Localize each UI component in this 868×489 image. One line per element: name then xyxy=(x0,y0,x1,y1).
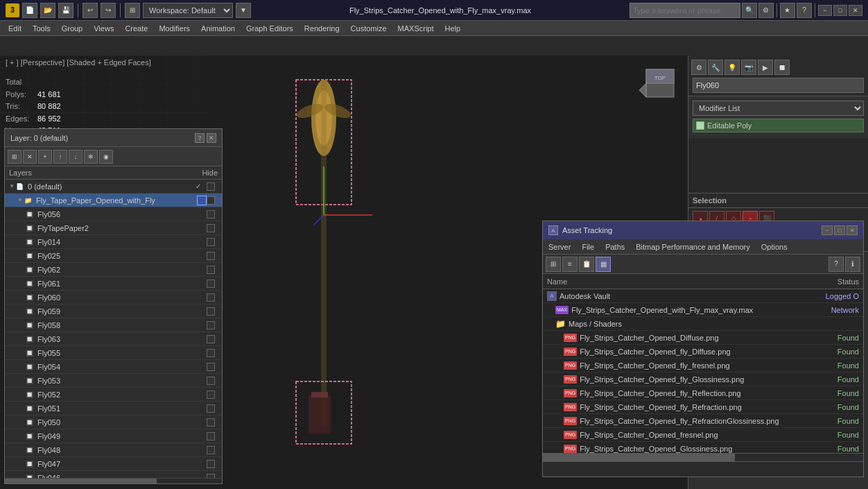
rp-icon-5[interactable]: ▶ xyxy=(758,60,773,75)
layers-move2-btn[interactable]: ↓ xyxy=(69,150,83,164)
menu-animation[interactable]: Animation xyxy=(196,21,241,36)
layer-vis-btn2[interactable] xyxy=(207,349,215,357)
at-minimize-btn[interactable]: − xyxy=(822,225,833,235)
at-tb-help[interactable]: ? xyxy=(828,257,844,272)
menu-modifiers[interactable]: Modifiers xyxy=(153,21,196,36)
menu-customize[interactable]: Customize xyxy=(345,21,392,36)
object-name-input[interactable] xyxy=(693,78,864,93)
minimize-btn[interactable]: − xyxy=(818,5,832,16)
rp-icon-6[interactable]: 🔲 xyxy=(774,60,790,75)
menu-edit[interactable]: Edit xyxy=(3,21,27,36)
layers-close-btn[interactable]: ✕ xyxy=(207,133,216,143)
layers-del-btn[interactable]: ✕ xyxy=(23,150,37,164)
layer-item[interactable]: ▼ 📄 0 (default) ✓ xyxy=(5,180,222,194)
at-list-item[interactable]: PNG Fly_Strips_Catcher_Opened_fly_Diffus… xyxy=(543,345,863,359)
layer-vis-btn2[interactable] xyxy=(207,321,215,329)
layer-item[interactable]: 🔲 Fly056 xyxy=(5,207,222,221)
layer-vis-btn2[interactable] xyxy=(207,432,215,440)
at-menu-server[interactable]: Server xyxy=(543,241,576,252)
at-list-item[interactable]: A Autodesk Vault Logged O xyxy=(543,289,863,303)
at-menu-bitmap[interactable]: Bitmap Performance and Memory xyxy=(630,241,755,252)
layer-vis-btn2[interactable] xyxy=(207,446,215,454)
layer-vis-btn2[interactable] xyxy=(207,266,215,274)
at-tb-btn4[interactable]: ▦ xyxy=(596,257,611,272)
layer-vis-btn2[interactable] xyxy=(207,224,215,232)
menu-group[interactable]: Group xyxy=(56,21,89,36)
save-btn[interactable]: 💾 xyxy=(58,3,73,18)
at-list-item[interactable]: PNG Fly_Strips_Catcher_Opened_fly_Refrac… xyxy=(543,414,863,428)
search-opts-btn[interactable]: ⚙ xyxy=(758,3,774,18)
at-list-item[interactable]: PNG Fly_Strips_Catcher_Opened_fly_Refrac… xyxy=(543,400,863,414)
layer-item[interactable]: 🔲 Fly063 xyxy=(5,332,222,346)
at-menu-paths[interactable]: Paths xyxy=(600,241,630,252)
layer-vis-btn[interactable] xyxy=(207,196,215,205)
workspace-arrow[interactable]: ▼ xyxy=(236,3,251,18)
at-tb-btn1[interactable]: ⊞ xyxy=(546,257,561,272)
layer-vis-btn2[interactable] xyxy=(207,404,215,413)
menu-views[interactable]: Views xyxy=(88,21,119,36)
at-tb-btn2[interactable]: ≡ xyxy=(562,257,578,272)
at-tb-info[interactable]: ℹ xyxy=(845,257,860,272)
layer-item[interactable]: 🔲 Fly048 xyxy=(5,443,222,457)
layers-move-btn[interactable]: ↑ xyxy=(53,150,67,164)
layer-vis-btn2[interactable] xyxy=(207,293,215,302)
at-list-item[interactable]: PNG Fly_Strips_Catcher_Opened_fly_fresne… xyxy=(543,359,863,372)
menu-tools[interactable]: Tools xyxy=(27,21,56,36)
rp-icon-1[interactable]: ⚙ xyxy=(691,60,706,75)
layer-item[interactable]: 🔲 FlyTapePaper2 xyxy=(5,221,222,235)
rp-icon-3[interactable]: 💡 xyxy=(724,60,740,75)
menu-graph-editors[interactable]: Graph Editors xyxy=(241,21,299,36)
layer-vis-btn2[interactable] xyxy=(207,377,215,385)
at-maximize-btn[interactable]: □ xyxy=(834,225,845,235)
at-list-item[interactable]: PNG Fly_Strips_Catcher_Opened_fly_Reflec… xyxy=(543,386,863,400)
maximize-btn[interactable]: □ xyxy=(833,5,847,16)
layer-vis-btn2[interactable] xyxy=(207,307,215,316)
layers-help-btn[interactable]: ? xyxy=(195,133,205,143)
layer-item[interactable]: 🔲 Fly055 xyxy=(5,346,222,360)
menu-maxscript[interactable]: MAXScript xyxy=(392,21,440,36)
menu-help[interactable]: Help xyxy=(440,21,467,36)
at-list-item[interactable]: PNG Fly_Strips_Catcher_Opened_Glossiness… xyxy=(543,442,863,453)
layers-new-btn[interactable]: + xyxy=(38,150,52,164)
layer-vis-btn2[interactable] xyxy=(207,460,215,468)
modifier-list-dropdown[interactable]: Modifier List xyxy=(693,101,864,116)
at-list-item[interactable]: PNG Fly_Strips_Catcher_Opened_fly_Glossi… xyxy=(543,372,863,386)
layer-item[interactable]: 🔲 Fly049 xyxy=(5,429,222,443)
layers-add-btn[interactable]: ⊞ xyxy=(8,150,21,164)
layer-vis-btn2[interactable] xyxy=(207,210,215,218)
nav-cube[interactable]: TOP xyxy=(639,62,681,104)
bookmark-btn[interactable]: ★ xyxy=(780,3,795,18)
menu-create[interactable]: Create xyxy=(119,21,153,36)
layer-vis-btn2[interactable] xyxy=(207,391,215,399)
search-btn[interactable]: 🔍 xyxy=(742,3,757,18)
layer-item[interactable]: 🔲 Fly054 xyxy=(5,360,222,374)
layer-vis-btn2[interactable] xyxy=(207,418,215,427)
undo-btn[interactable]: ↩ xyxy=(83,3,98,18)
layer-item[interactable]: 🔲 Fly060 xyxy=(5,291,222,304)
help-btn[interactable]: ? xyxy=(797,3,812,18)
redo-btn[interactable]: ↪ xyxy=(101,3,116,18)
layers-freeze-btn[interactable]: ❄ xyxy=(84,150,98,164)
layer-item[interactable]: 🔲 Fly014 xyxy=(5,235,222,249)
layer-item[interactable]: 🔲 Fly046 xyxy=(5,471,222,478)
layer-vis-btn2[interactable] xyxy=(207,280,215,288)
open-btn[interactable]: 📂 xyxy=(40,3,55,18)
search-input[interactable] xyxy=(630,3,740,18)
layer-item[interactable]: 🔲 Fly053 xyxy=(5,374,222,388)
layer-item[interactable]: 🔲 Fly061 xyxy=(5,277,222,291)
layer-item[interactable]: 🔲 Fly062 xyxy=(5,263,222,277)
layer-vis-btn2[interactable] xyxy=(207,335,215,343)
rp-icon-4[interactable]: 📷 xyxy=(741,60,756,75)
layer-vis-btn2[interactable] xyxy=(207,238,215,246)
at-horizontal-scrollbar[interactable] xyxy=(543,453,863,461)
layer-vis-btn[interactable] xyxy=(207,182,215,191)
layer-item[interactable]: 🔲 Fly052 xyxy=(5,388,222,402)
at-list-item[interactable]: PNG Fly_Strips_Catcher_Opened_fresnel.pn… xyxy=(543,428,863,442)
layer-item[interactable]: ▼ 📁 Fly_Tape_Paper_Opened_with_Fly xyxy=(5,194,222,207)
layer-item[interactable]: 🔲 Fly051 xyxy=(5,402,222,415)
layer-vis-btn2[interactable] xyxy=(207,252,215,260)
at-tb-btn3[interactable]: 📋 xyxy=(579,257,594,272)
close-btn[interactable]: ✕ xyxy=(849,5,862,16)
modifier-checkbox[interactable] xyxy=(696,121,704,130)
ref-btn[interactable]: ⊞ xyxy=(125,3,140,18)
